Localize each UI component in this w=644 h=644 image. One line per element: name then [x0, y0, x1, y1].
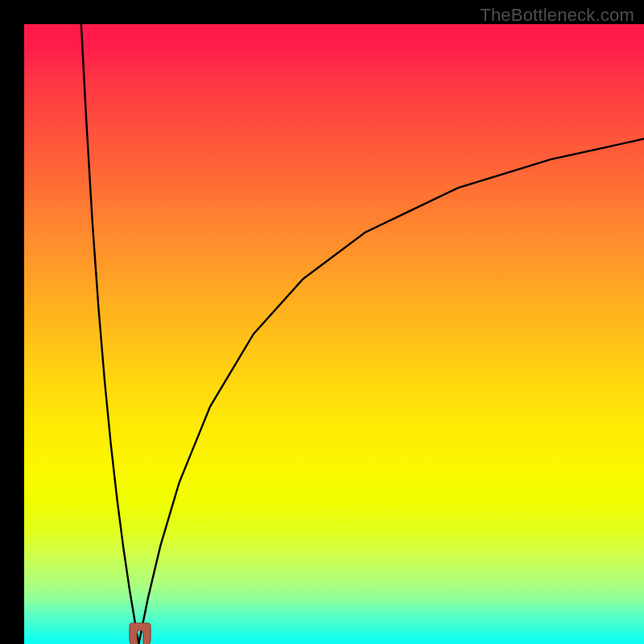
plot-area	[24, 24, 644, 644]
bottleneck-curve	[81, 24, 644, 644]
chart-svg	[24, 24, 644, 644]
chart-frame: TheBottleneck.com	[0, 0, 644, 644]
watermark-text: TheBottleneck.com	[480, 5, 634, 26]
